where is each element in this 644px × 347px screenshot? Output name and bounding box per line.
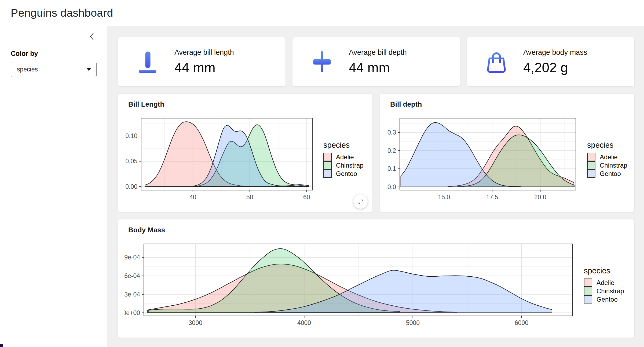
value-box-bill-depth: Average bill depth 44 mm	[292, 37, 460, 86]
value-box-bill-length: Average bill length 44 mm	[118, 37, 286, 86]
legend-label: Gentoo	[597, 296, 618, 303]
svg-text:5000: 5000	[406, 319, 420, 326]
legend: species Adelie Chinstrap Gentoo	[323, 141, 364, 178]
color-by-label: Color by	[11, 50, 96, 57]
svg-text:0.1: 0.1	[387, 165, 396, 172]
svg-text:40: 40	[189, 194, 196, 201]
svg-text:0.10: 0.10	[125, 132, 137, 139]
legend-label: Chinstrap	[336, 162, 364, 169]
legend-item: Adelie	[323, 153, 364, 161]
svg-text:0.3: 0.3	[387, 129, 396, 136]
value-box-title: Average bill length	[174, 48, 234, 57]
select-value: species	[17, 66, 38, 73]
legend-key	[584, 295, 592, 303]
svg-text:4000: 4000	[297, 319, 311, 326]
legend-label: Adelie	[336, 153, 354, 161]
legend-label: Adelie	[600, 153, 618, 161]
sidebar: Color by species	[0, 26, 107, 347]
svg-text:6000: 6000	[515, 319, 528, 326]
card-bill-length: Bill Length 4050600.000.050.10 species A…	[118, 94, 372, 212]
body-mass-density-plot: 30004000500060000e+003e-046e-049e-04	[125, 242, 574, 328]
align-bottom-icon	[135, 49, 160, 75]
sidebar-collapse-button[interactable]	[88, 32, 95, 41]
charts-row: Bill Length 4050600.000.050.10 species A…	[118, 94, 634, 212]
card-bill-depth: Bill depth 15.017.520.00.00.10.20.3 spec…	[380, 94, 634, 212]
chevron-left-icon	[89, 33, 94, 40]
legend-key	[323, 169, 332, 178]
svg-text:50: 50	[246, 194, 253, 201]
legend-label: Chinstrap	[597, 287, 624, 295]
main-content: Average bill length 44 mm Average bill d	[107, 26, 644, 347]
value-box-title: Average body mass	[523, 48, 587, 57]
value-box-body-mass: Average body mass 4,202 g	[467, 37, 634, 86]
value-box-value: 44 mm	[349, 60, 407, 75]
legend-item: Adelie	[587, 153, 627, 161]
bill-depth-density-plot: 15.017.520.00.00.10.20.3	[386, 116, 577, 203]
svg-text:9e-04: 9e-04	[125, 254, 140, 261]
legend-title: species	[323, 141, 364, 150]
svg-text:0.00: 0.00	[125, 183, 137, 190]
svg-text:60: 60	[303, 194, 310, 201]
svg-text:17.5: 17.5	[486, 194, 498, 201]
legend-key	[323, 161, 332, 169]
legend-title: species	[587, 141, 627, 150]
legend-item: Gentoo	[323, 169, 364, 178]
legend-key	[587, 153, 595, 161]
svg-text:15.0: 15.0	[438, 194, 450, 201]
legend-item: Chinstrap	[323, 161, 364, 169]
svg-text:3000: 3000	[189, 319, 202, 326]
screen-corner-artifact	[0, 344, 3, 347]
card-body-mass: Body Mass 30004000500060000e+003e-046e-0…	[118, 219, 634, 338]
page-title: Penguins dashboard	[11, 7, 113, 19]
svg-text:6e-04: 6e-04	[125, 272, 140, 279]
legend-key	[323, 153, 332, 161]
legend-title: species	[584, 266, 624, 275]
legend-item: Gentoo	[584, 295, 624, 303]
legend-key	[584, 279, 592, 287]
value-box-row: Average bill length 44 mm Average bill d	[118, 37, 634, 86]
svg-text:20.0: 20.0	[534, 194, 546, 201]
svg-text:3e-04: 3e-04	[125, 291, 140, 298]
bill-length-density-plot: 4050600.000.050.10	[125, 116, 314, 203]
expand-fullscreen-button[interactable]	[353, 194, 368, 209]
legend-item: Chinstrap	[587, 161, 627, 169]
handbag-icon	[484, 49, 509, 75]
card-title: Body Mass	[125, 225, 628, 234]
legend-label: Adelie	[597, 279, 614, 287]
svg-text:0.2: 0.2	[387, 147, 396, 154]
legend-label: Gentoo	[600, 170, 621, 178]
legend-key	[587, 161, 595, 169]
svg-text:0.05: 0.05	[125, 158, 137, 165]
color-by-select[interactable]: species	[11, 62, 97, 77]
legend-item: Adelie	[584, 279, 624, 287]
value-box-title: Average bill depth	[349, 48, 407, 57]
value-box-value: 4,202 g	[523, 60, 587, 75]
caret-down-icon	[87, 68, 91, 71]
legend-label: Chinstrap	[600, 162, 627, 169]
expand-icon	[358, 199, 364, 205]
legend-key	[587, 169, 595, 178]
align-center-icon	[310, 49, 334, 75]
legend: species Adelie Chinstrap Gentoo	[584, 266, 624, 303]
legend-key	[584, 287, 592, 295]
app-header: Penguins dashboard	[0, 0, 644, 26]
svg-text:0e+00: 0e+00	[125, 309, 140, 316]
legend: species Adelie Chinstrap Gentoo	[587, 141, 627, 178]
legend-label: Gentoo	[336, 170, 357, 178]
card-title: Bill depth	[386, 99, 628, 109]
value-box-value: 44 mm	[174, 60, 234, 75]
svg-text:0.0: 0.0	[387, 183, 396, 190]
legend-item: Gentoo	[587, 169, 627, 178]
legend-item: Chinstrap	[584, 287, 624, 295]
card-title: Bill Length	[125, 99, 366, 109]
